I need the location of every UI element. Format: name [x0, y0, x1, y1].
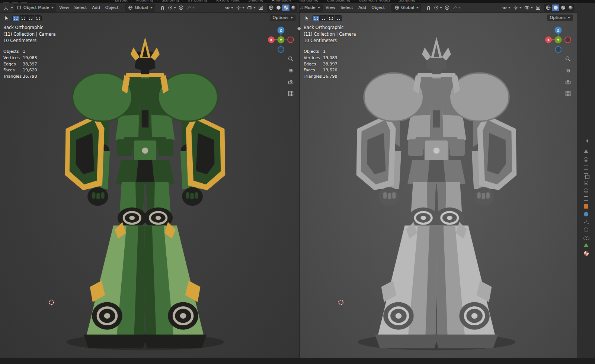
3d-cursor	[47, 297, 56, 307]
workspace-tab-scripting[interactable]: Scripting	[395, 0, 420, 1]
select-mode-set[interactable]	[12, 15, 19, 21]
shading-solid-icon[interactable]	[275, 4, 282, 11]
gizmos-icon[interactable]	[235, 4, 245, 11]
workspace-tab-uv-editing[interactable]: UV Editing	[183, 0, 211, 1]
mode-dropdown[interactable]: Object Mode	[14, 4, 56, 12]
select-mode-intersect[interactable]	[35, 15, 42, 21]
menu-select[interactable]: Select	[72, 4, 89, 11]
select-mode-extend[interactable]	[20, 15, 27, 21]
select-mode-subtract[interactable]	[27, 15, 34, 21]
gizmo-axis-z-neg[interactable]	[278, 46, 284, 52]
zoom-icon[interactable]	[288, 56, 294, 62]
snap-magnet-icon[interactable]	[159, 4, 166, 11]
editor-type-icon[interactable]	[2, 4, 9, 11]
main-area: Object Mode View Select Add Object Globa…	[0, 3, 595, 358]
properties-tab-render-icon[interactable]	[583, 157, 589, 163]
workspace-tab-animation[interactable]: Animation	[268, 0, 295, 1]
menu-view[interactable]: View	[323, 4, 338, 11]
view-name: Back Orthographic	[304, 25, 356, 31]
menu-object[interactable]: Object	[103, 4, 121, 11]
menu-object[interactable]: Object	[369, 4, 387, 11]
visibility-eye-icon[interactable]	[224, 4, 234, 11]
shading-wireframe-icon[interactable]	[544, 4, 552, 11]
orientation-dropdown[interactable]: Global	[391, 4, 421, 12]
workspace-tab-modeling[interactable]: Modeling	[132, 0, 158, 1]
rail-collapse-icon[interactable]	[584, 139, 588, 143]
properties-tab-material-icon[interactable]	[583, 251, 589, 257]
viewport-canvas[interactable]: Options Back Orthographic (11) Collectio…	[0, 13, 300, 358]
select-mode-intersect[interactable]	[335, 15, 342, 21]
chevron-down-icon	[318, 7, 320, 9]
shading-rendered-icon[interactable]	[567, 4, 574, 11]
properties-tab-object-icon[interactable]	[583, 204, 589, 210]
options-button[interactable]: Options	[270, 15, 296, 21]
zoom-icon[interactable]	[565, 56, 572, 62]
shading-wireframe-icon[interactable]	[267, 4, 275, 11]
properties-tab-object-data-icon[interactable]	[583, 243, 589, 249]
robot-model-shaded[interactable]	[25, 26, 266, 354]
snap-target-icon[interactable]	[433, 4, 443, 11]
menu-select[interactable]: Select	[338, 4, 355, 11]
chevron-down-icon	[192, 7, 195, 9]
properties-tab-world-icon[interactable]	[583, 189, 589, 194]
camera-view-icon[interactable]	[288, 79, 294, 86]
navigation-gizmo[interactable]: Z X Y	[266, 25, 296, 55]
workspace-tab-layout[interactable]: Layout	[111, 0, 132, 1]
xray-toggle-icon[interactable]	[257, 4, 264, 11]
overlays-icon[interactable]	[523, 4, 534, 11]
xray-toggle-icon[interactable]	[534, 4, 541, 11]
gizmo-axis-x-neg[interactable]	[288, 37, 294, 43]
properties-tab-collection-icon[interactable]	[583, 196, 589, 202]
properties-tab-view-layer-icon[interactable]	[583, 173, 589, 178]
proportional-editing-icon[interactable]	[177, 4, 185, 11]
properties-tab-physics-icon[interactable]	[583, 228, 589, 233]
viewport-left: Object Mode View Select Add Object Globa…	[0, 3, 300, 358]
properties-tab-modifiers-icon[interactable]	[583, 212, 589, 218]
viewport-resize-handle[interactable]	[295, 26, 303, 31]
orientation-dropdown[interactable]: Global	[125, 4, 155, 12]
orthographic-grid-icon[interactable]	[565, 90, 572, 97]
workspace-tab-shading[interactable]: Shading	[244, 0, 268, 1]
select-mode-set[interactable]	[313, 15, 320, 21]
navigation-gizmo[interactable]: Z X Y	[543, 25, 573, 55]
gizmo-axis-x-neg[interactable]	[565, 37, 571, 43]
properties-tab-particles-icon[interactable]	[583, 220, 589, 225]
visibility-eye-icon[interactable]	[501, 4, 511, 11]
workspace-tab-texture-paint[interactable]: Texture Paint	[211, 0, 244, 1]
shading-material-preview-icon[interactable]	[559, 4, 567, 11]
workspace-tab-compositing[interactable]: Compositing	[323, 0, 355, 1]
orthographic-grid-icon[interactable]	[288, 90, 294, 97]
proportional-editing-icon[interactable]	[444, 4, 451, 11]
options-button[interactable]: Options	[547, 15, 573, 21]
mode-dropdown[interactable]: ct Mode	[300, 4, 323, 12]
properties-tab-scene-icon[interactable]	[583, 181, 589, 186]
properties-tab-output-icon[interactable]	[583, 165, 589, 171]
gizmo-axis-z-neg[interactable]	[555, 46, 561, 52]
menu-view[interactable]: View	[57, 4, 71, 11]
properties-tab-tool-icon[interactable]	[583, 149, 589, 155]
robot-model-solid[interactable]	[316, 26, 557, 354]
pan-hand-icon[interactable]	[288, 67, 294, 74]
menu-add[interactable]: Add	[90, 4, 102, 11]
workspace-tab-sculpting[interactable]: Sculpting	[158, 0, 184, 1]
proportional-falloff-icon[interactable]	[185, 4, 195, 11]
overlays-icon[interactable]	[246, 4, 256, 11]
snap-magnet-icon[interactable]	[425, 4, 432, 11]
chevron-down-icon	[568, 17, 570, 19]
select-mode-subtract[interactable]	[327, 15, 335, 21]
pan-hand-icon[interactable]	[565, 67, 572, 74]
properties-tab-constraints-icon[interactable]	[583, 235, 589, 241]
shading-material-preview-icon[interactable]	[282, 4, 289, 11]
viewport-canvas[interactable]: Options Back Orthographic (11) Collectio…	[300, 13, 577, 358]
workspace-tab-rendering[interactable]: Rendering	[295, 0, 323, 1]
select-mode-group	[12, 15, 42, 21]
workspace-tab-geometry-nodes[interactable]: Geometry Nodes	[355, 0, 394, 1]
select-mode-extend[interactable]	[320, 15, 327, 21]
shading-solid-icon[interactable]	[552, 4, 559, 11]
proportional-falloff-icon[interactable]	[451, 4, 461, 11]
menu-add[interactable]: Add	[356, 4, 368, 11]
camera-view-icon[interactable]	[565, 79, 572, 86]
gizmos-icon[interactable]	[512, 4, 522, 11]
snap-target-icon[interactable]	[167, 4, 177, 11]
shading-rendered-icon[interactable]	[289, 4, 297, 11]
